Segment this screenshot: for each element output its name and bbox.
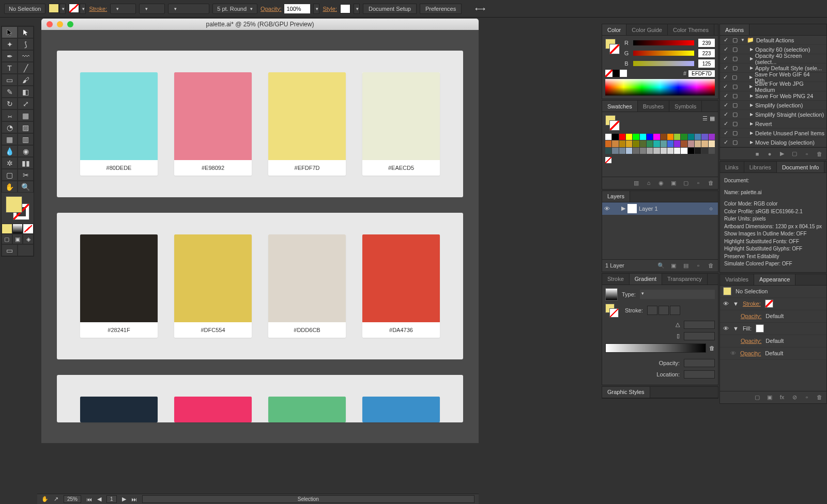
eraser-tool[interactable]: ◧ xyxy=(18,86,34,98)
color-card[interactable] xyxy=(268,397,346,422)
angle-input[interactable] xyxy=(684,321,715,329)
swatch[interactable] xyxy=(674,148,680,154)
swatch[interactable] xyxy=(701,140,708,147)
action-row[interactable]: ✓▢▶Move Dialog (selection) xyxy=(720,138,826,147)
shape-builder-tool[interactable]: ◔ xyxy=(2,121,18,133)
fill-indicator[interactable] xyxy=(6,196,22,213)
close-window[interactable] xyxy=(47,21,53,27)
swatch[interactable] xyxy=(661,148,667,154)
swatch[interactable] xyxy=(709,140,715,147)
draw-normal[interactable]: ▢ xyxy=(2,234,12,244)
symbol-sprayer-tool[interactable]: ✲ xyxy=(2,157,18,169)
swatches-tab[interactable]: Swatches xyxy=(602,101,638,112)
type-tool[interactable]: T xyxy=(2,62,18,74)
g-slider[interactable] xyxy=(633,51,694,56)
rotate-tool[interactable]: ↻ xyxy=(2,98,18,109)
r-value[interactable]: 239 xyxy=(698,39,715,47)
color-card[interactable]: #E98092 xyxy=(174,72,252,176)
expand-icon[interactable]: ▶ xyxy=(749,75,753,80)
stroke-weight-dropdown[interactable] xyxy=(110,4,136,14)
graphic-styles-tab[interactable]: Graphic Styles xyxy=(602,387,650,398)
stroke-tab[interactable]: Stroke xyxy=(602,274,630,285)
toggle-icon[interactable]: ✓ xyxy=(722,120,729,127)
stroke-variable-dropdown[interactable] xyxy=(139,4,165,14)
delete-action-icon[interactable]: 🗑 xyxy=(815,150,823,158)
swatch[interactable] xyxy=(688,140,694,147)
white-color[interactable] xyxy=(620,70,627,77)
swatch[interactable] xyxy=(647,148,653,154)
color-card[interactable]: #80DEDE xyxy=(80,72,158,176)
toggle-icon[interactable]: ✓ xyxy=(722,92,729,99)
dialog-icon[interactable]: ▢ xyxy=(731,130,739,136)
new-stroke-icon[interactable]: ▢ xyxy=(753,393,761,401)
color-card[interactable]: #DDD6CB xyxy=(268,234,346,338)
document-setup-button[interactable]: Document Setup xyxy=(363,4,417,14)
stroke-swatch[interactable] xyxy=(69,4,79,13)
dialog-icon[interactable]: ▢ xyxy=(731,37,739,43)
swatch[interactable] xyxy=(701,134,708,140)
color-guide-tab[interactable]: Color Guide xyxy=(626,24,668,35)
swatch[interactable] xyxy=(681,140,687,147)
gradient-fillstroke[interactable] xyxy=(605,304,621,318)
prev-icon[interactable]: ◀ xyxy=(97,496,101,502)
r-slider[interactable] xyxy=(633,40,694,45)
swatch[interactable] xyxy=(633,134,639,140)
delete-appear-icon[interactable]: 🗑 xyxy=(815,393,823,401)
swatch[interactable] xyxy=(605,148,611,154)
actions-tab[interactable]: Actions xyxy=(720,24,749,35)
draw-behind[interactable]: ▣ xyxy=(12,234,23,244)
toggle-icon[interactable]: ✓ xyxy=(722,46,729,53)
expand-icon[interactable]: ▼ xyxy=(733,301,739,307)
swatch[interactable] xyxy=(619,134,625,140)
dialog-icon[interactable]: ▢ xyxy=(731,102,739,108)
visibility-icon[interactable]: 👁 xyxy=(723,301,729,307)
artboard-nav-icon[interactable]: ↗ xyxy=(54,496,58,502)
brushes-tab[interactable]: Brushes xyxy=(638,101,669,112)
play-icon[interactable]: ▶ xyxy=(778,150,786,158)
variables-tab[interactable]: Variables xyxy=(720,274,754,285)
dialog-icon[interactable]: ▢ xyxy=(731,65,739,71)
list-view-icon[interactable]: ☰ xyxy=(702,115,708,131)
lasso-tool[interactable]: ⟆ xyxy=(18,38,34,50)
stroke-dropdown[interactable] xyxy=(80,4,86,14)
new-set-icon[interactable]: ▢ xyxy=(790,150,799,158)
transparency-tab[interactable]: Transparency xyxy=(662,274,708,285)
toggle-icon[interactable]: ✓ xyxy=(722,111,729,118)
color-card[interactable]: #28241F xyxy=(80,234,158,338)
stop-icon[interactable]: ■ xyxy=(753,150,761,158)
preferences-button[interactable]: Preferences xyxy=(420,4,462,14)
swatch[interactable] xyxy=(695,148,701,154)
pencil-tool[interactable]: ✎ xyxy=(2,86,18,98)
fill-dropdown[interactable] xyxy=(59,4,66,14)
paintbrush-tool[interactable]: 🖌 xyxy=(18,74,34,86)
swatch[interactable] xyxy=(681,134,687,140)
zoom-input[interactable]: 25% xyxy=(64,495,81,503)
links-tab[interactable]: Links xyxy=(720,162,744,172)
last-icon[interactable]: ⏭ xyxy=(131,496,137,502)
appearance-tab[interactable]: Appearance xyxy=(754,274,795,285)
swatch[interactable] xyxy=(612,140,618,147)
artboard-tool[interactable]: ▢ xyxy=(2,169,18,181)
dialog-icon[interactable]: ▢ xyxy=(731,74,739,81)
swatch[interactable] xyxy=(633,140,639,147)
action-row[interactable]: ✓▢▶Save For Web PNG 24 xyxy=(720,91,826,101)
expand-icon[interactable]: ▶ xyxy=(750,112,753,117)
stop-opacity-input[interactable] xyxy=(684,359,715,367)
duplicate-icon[interactable]: ▫ xyxy=(803,393,811,401)
none-mode[interactable] xyxy=(23,224,34,234)
new-folder-icon[interactable]: ▢ xyxy=(682,179,690,187)
layer-name[interactable]: Layer 1 xyxy=(637,206,660,212)
record-icon[interactable]: ● xyxy=(765,150,774,158)
dialog-icon[interactable]: ▢ xyxy=(731,55,739,62)
swatch[interactable] xyxy=(612,134,618,140)
expand-icon[interactable]: ▶ xyxy=(619,205,627,212)
swatch[interactable] xyxy=(688,148,694,154)
gradient-thumb[interactable] xyxy=(605,288,618,301)
first-icon[interactable]: ⏮ xyxy=(86,496,92,502)
artboard-nav[interactable]: 1 xyxy=(106,495,117,503)
brush-dropdown[interactable]: 5 pt. Round xyxy=(212,4,257,14)
color-card[interactable]: #EAECD5 xyxy=(362,72,440,176)
b-value[interactable]: 125 xyxy=(698,59,715,68)
swatch[interactable] xyxy=(688,134,694,140)
swatch[interactable] xyxy=(640,134,646,140)
